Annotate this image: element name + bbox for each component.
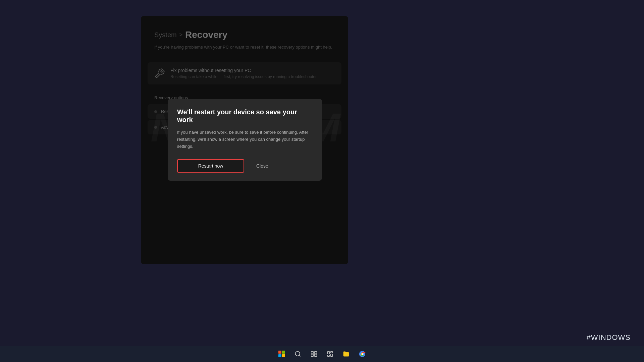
restart-dialog: We'll restart your device so save your w…	[168, 99, 322, 181]
dialog-body: If you have unsaved work, be sure to sav…	[177, 129, 313, 150]
svg-rect-10	[331, 354, 333, 357]
taskbar-chrome-button[interactable]	[355, 347, 370, 361]
win-quad-4	[282, 354, 285, 357]
win-quad-1	[278, 351, 281, 354]
dialog-actions: Restart now Close	[177, 159, 313, 173]
search-icon	[294, 351, 301, 357]
svg-rect-6	[311, 354, 314, 357]
chrome-icon	[359, 350, 366, 358]
restart-now-button[interactable]: Restart now	[177, 159, 244, 173]
hashtag-label: #WINDOWS	[587, 333, 631, 342]
taskbar-widgets-button[interactable]	[323, 347, 337, 361]
taskbar-windows-button[interactable]	[274, 347, 289, 361]
task-view-icon	[311, 351, 317, 357]
taskbar-task-view-button[interactable]	[307, 347, 321, 361]
widgets-icon	[327, 351, 333, 357]
taskbar-search-button[interactable]	[290, 347, 305, 361]
taskbar-file-explorer-button[interactable]	[339, 347, 354, 361]
folder-icon	[343, 351, 350, 357]
svg-rect-8	[328, 352, 330, 354]
win-quad-2	[282, 351, 285, 354]
svg-rect-5	[315, 352, 317, 354]
svg-line-3	[299, 355, 301, 357]
svg-rect-7	[315, 354, 317, 357]
svg-rect-4	[311, 352, 314, 354]
svg-rect-9	[331, 352, 333, 353]
win-quad-3	[278, 354, 281, 357]
dialog-title: We'll restart your device so save your w…	[177, 108, 313, 124]
svg-rect-11	[328, 355, 330, 356]
close-dialog-button[interactable]: Close	[250, 160, 275, 172]
taskbar	[0, 346, 644, 362]
svg-point-2	[296, 352, 300, 356]
windows-logo-icon	[278, 351, 285, 357]
